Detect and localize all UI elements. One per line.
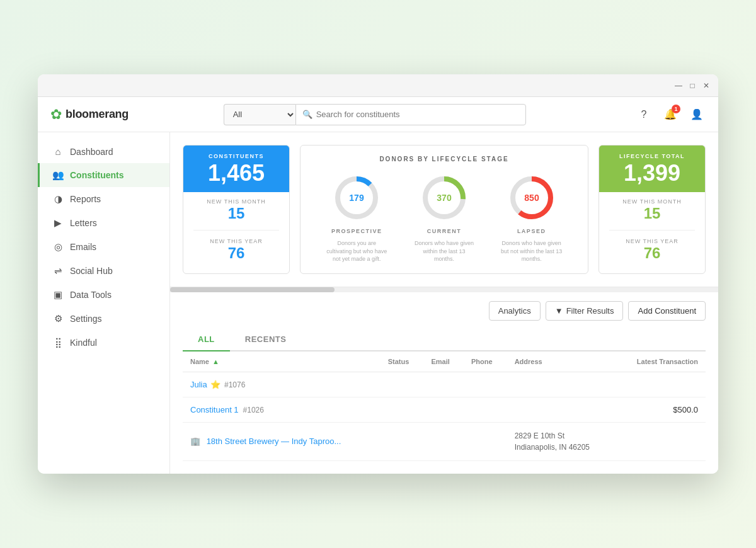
help-button[interactable]: ? xyxy=(635,106,653,123)
letters-icon: ▶ xyxy=(52,217,64,229)
filter-results-label: Filter Results xyxy=(566,306,614,316)
new-this-year-stat: NEW THIS YEAR 76 xyxy=(193,238,279,262)
tab-recents[interactable]: RECENTS xyxy=(230,328,302,350)
new-this-year-value: 76 xyxy=(228,244,245,261)
sidebar-item-reports[interactable]: ◑ Reports xyxy=(38,187,169,211)
lapsed-desc: Donors who have given but not within the… xyxy=(500,239,563,263)
search-area: All Constituents Gifts 🔍 xyxy=(224,104,526,125)
constituent-name-link[interactable]: 18th Street Brewery — Indy Taproo... xyxy=(207,437,341,446)
filter-icon: ▼ xyxy=(555,306,563,316)
table-cell-address: 2829 E 10th StIndianapolis, IN 46205 xyxy=(507,422,615,460)
app-window: ― □ ✕ ✿ bloomerang All Constituents Gift… xyxy=(38,74,718,474)
restore-button[interactable]: □ xyxy=(688,81,697,90)
lifecycle-total-body: NEW THIS MONTH 15 NEW THIS YEAR 76 xyxy=(599,192,705,268)
table-cell-name: 🏢 18th Street Brewery — Indy Taproo... xyxy=(183,422,381,460)
close-button[interactable]: ✕ xyxy=(702,81,711,90)
add-constituent-button[interactable]: Add Constituent xyxy=(628,301,706,321)
analytics-section: CONSTITUENTS 1,465 NEW THIS MONTH 15 xyxy=(170,132,718,287)
minimize-button[interactable]: ― xyxy=(674,81,683,90)
col-latest-transaction[interactable]: Latest Transaction xyxy=(615,351,706,372)
current-donut-svg: 370 xyxy=(419,173,469,223)
current-desc: Donors who have given within the last 13… xyxy=(413,239,476,263)
user-button[interactable]: 👤 xyxy=(688,106,706,123)
col-address[interactable]: Address xyxy=(507,351,615,372)
search-box: 🔍 xyxy=(295,104,526,125)
new-this-year-label: NEW THIS YEAR xyxy=(193,238,279,244)
notifications-button[interactable]: 🔔 1 xyxy=(662,106,679,123)
table-row: 🏢 18th Street Brewery — Indy Taproo... 2… xyxy=(183,422,706,460)
col-name[interactable]: Name ▲ xyxy=(183,351,381,372)
sidebar-item-dashboard[interactable]: ⌂ Dashboard xyxy=(38,140,169,163)
constituent-name-link[interactable]: Julia xyxy=(190,380,207,389)
table-cell-email xyxy=(423,372,464,397)
svg-text:850: 850 xyxy=(524,193,539,203)
col-phone[interactable]: Phone xyxy=(464,351,507,372)
lifecycle-new-month-label: NEW THIS MONTH xyxy=(609,198,695,205)
table-row: Julia ⭐ #1076 xyxy=(183,372,706,397)
col-status[interactable]: Status xyxy=(381,351,424,372)
filter-results-button[interactable]: ▼ Filter Results xyxy=(546,301,624,321)
table-cell-address xyxy=(507,372,615,397)
constituents-icon: 👥 xyxy=(52,169,64,181)
header-actions: ? 🔔 1 👤 xyxy=(635,106,706,123)
help-icon: ? xyxy=(641,109,647,120)
star-icon: ⭐ xyxy=(210,380,220,389)
sidebar-item-data-tools[interactable]: ▣ Data Tools xyxy=(38,283,169,307)
sidebar-item-emails[interactable]: ◎ Emails xyxy=(38,235,169,259)
search-filter-select[interactable]: All Constituents Gifts xyxy=(224,104,295,125)
notifications-badge: 1 xyxy=(672,105,680,113)
constituent-id: #1076 xyxy=(224,380,245,389)
current-donut: 370 CURRENT Donors who have given within… xyxy=(413,173,476,263)
sidebar-item-label: Letters xyxy=(70,218,97,228)
title-bar: ― □ ✕ xyxy=(38,74,718,97)
lifecycle-charts: 179 PROSPECTIVE Donors you are cultivati… xyxy=(313,173,575,263)
constituents-table: Name ▲ Status Email Phone Address Latest… xyxy=(183,351,706,461)
logo-icon: ✿ xyxy=(50,106,62,123)
analytics-cards: CONSTITUENTS 1,465 NEW THIS MONTH 15 xyxy=(183,145,706,274)
sidebar-item-letters[interactable]: ▶ Letters xyxy=(38,211,169,235)
analytics-button[interactable]: Analytics xyxy=(489,301,541,321)
table-row: Constituent 1 #1026 $500.0 xyxy=(183,397,706,422)
table-cell-transaction: $500.0 xyxy=(615,397,706,422)
prospective-donut-svg: 179 xyxy=(331,173,382,223)
sidebar-item-label: Dashboard xyxy=(70,147,113,157)
constituent-name-link[interactable]: Constituent 1 xyxy=(190,405,239,414)
sidebar-item-constituents[interactable]: 👥 Constituents xyxy=(38,163,169,187)
table-header: Name ▲ Status Email Phone Address Latest… xyxy=(183,351,706,372)
sidebar-item-settings[interactable]: ⚙ Settings xyxy=(38,307,169,331)
search-icon: 🔍 xyxy=(302,110,312,119)
new-this-month-stat: NEW THIS MONTH 15 xyxy=(193,198,279,222)
dashboard-icon: ⌂ xyxy=(52,146,64,157)
sidebar-item-label: Kindful xyxy=(70,338,97,348)
table-tabs: ALL RECENTS xyxy=(183,328,706,351)
user-icon: 👤 xyxy=(690,108,703,120)
scroll-thumb[interactable] xyxy=(170,287,335,292)
tab-all[interactable]: ALL xyxy=(183,328,230,351)
sidebar-item-label: Settings xyxy=(70,314,102,324)
prospective-donut: 179 PROSPECTIVE Donors you are cultivati… xyxy=(325,173,388,263)
constituents-card-label: CONSTITUENTS xyxy=(193,153,279,159)
lifecycle-total-label: LIFECYCLE TOTAL xyxy=(609,153,695,159)
sidebar-item-social-hub[interactable]: ⇌ Social Hub xyxy=(38,259,169,283)
search-input[interactable] xyxy=(316,110,519,119)
lifecycle-new-year-stat: NEW THIS YEAR 76 xyxy=(609,238,695,262)
sidebar: ⌂ Dashboard 👥 Constituents ◑ Reports ▶ L… xyxy=(38,132,170,474)
sidebar-item-label: Constituents xyxy=(70,170,124,180)
col-email[interactable]: Email xyxy=(423,351,464,372)
constituents-card-body: NEW THIS MONTH 15 NEW THIS YEAR 76 xyxy=(183,192,289,268)
lapsed-donut-svg: 850 xyxy=(507,173,557,223)
lapsed-donut: 850 LAPSED Donors who have given but not… xyxy=(500,173,563,263)
new-this-month-label: NEW THIS MONTH xyxy=(193,198,279,205)
social-hub-icon: ⇌ xyxy=(52,265,64,277)
table-cell-phone xyxy=(464,397,507,422)
table-cell-name: Constituent 1 #1026 xyxy=(183,397,381,422)
table-cell-email xyxy=(423,422,464,460)
table-cell-status xyxy=(381,422,424,460)
scroll-indicator[interactable] xyxy=(170,287,718,292)
lapsed-label: LAPSED xyxy=(517,228,546,234)
sidebar-item-kindful[interactable]: ⣿ Kindful xyxy=(38,331,169,355)
sidebar-item-label: Reports xyxy=(70,194,101,204)
table-actions: Analytics ▼ Filter Results Add Constitue… xyxy=(183,292,706,328)
constituents-total: 1,465 xyxy=(193,162,279,185)
new-this-month-value: 15 xyxy=(228,205,245,222)
